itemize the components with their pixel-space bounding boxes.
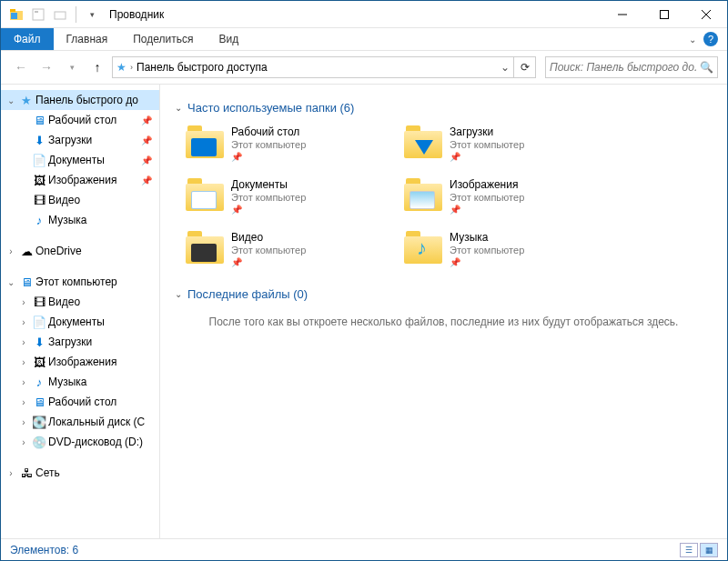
address-dropdown-icon[interactable]: ⌄: [500, 61, 510, 74]
folder-item[interactable]: ИзображенияЭтот компьютер📌: [402, 176, 602, 216]
folder-item[interactable]: ♪МузыкаЭтот компьютер📌: [402, 229, 602, 269]
folder-name: Музыка: [450, 231, 524, 244]
pictures-icon: 🖼: [32, 173, 46, 187]
chevron-right-icon[interactable]: ›: [17, 337, 30, 347]
tree-item[interactable]: ♪Музыка: [1, 210, 159, 230]
chevron-right-icon[interactable]: ›: [17, 317, 30, 327]
folder-item[interactable]: ДокументыЭтот компьютер📌: [184, 176, 384, 216]
folder-item[interactable]: ЗагрузкиЭтот компьютер📌: [402, 124, 602, 164]
folder-name: Видео: [231, 231, 306, 244]
properties-icon[interactable]: [28, 5, 48, 25]
back-button[interactable]: ←: [10, 56, 32, 78]
forward-button[interactable]: →: [35, 56, 57, 78]
details-view-button[interactable]: ☰: [680, 543, 698, 557]
minimize-button[interactable]: [602, 1, 643, 28]
group-title: Часто используемые папки (6): [187, 101, 354, 115]
tree-label: Сеть: [35, 466, 60, 479]
chevron-down-icon[interactable]: ⌄: [5, 95, 17, 105]
folder-icon: [404, 125, 442, 158]
svg-rect-7: [661, 10, 669, 18]
chevron-right-icon[interactable]: ›: [17, 437, 30, 447]
quick-access-star-icon: ★: [116, 61, 126, 74]
address-chevron-icon[interactable]: ›: [130, 63, 133, 72]
pin-icon: 📌: [450, 205, 524, 215]
tree-item[interactable]: ⬇Загрузки📌: [1, 130, 159, 150]
tab-view[interactable]: Вид: [206, 28, 251, 50]
tree-label: Изображения: [48, 174, 116, 186]
address-bar[interactable]: ★ › Панель быстрого доступа ⌄: [112, 56, 514, 78]
tree-label: Загрузки: [48, 134, 92, 146]
refresh-button[interactable]: ⟳: [514, 56, 536, 78]
tree-item[interactable]: ›📄Документы: [1, 312, 159, 332]
folder-item[interactable]: Рабочий столЭтот компьютер📌: [184, 124, 384, 164]
item-count: Элементов: 6: [10, 544, 78, 556]
tree-item[interactable]: ›💿DVD-дисковод (D:): [1, 432, 159, 452]
computer-icon: 🖥: [19, 275, 34, 289]
recent-dropdown-icon[interactable]: ▾: [61, 56, 83, 78]
chevron-down-icon[interactable]: ⌄: [175, 103, 182, 113]
tree-label: OneDrive: [35, 245, 82, 257]
address-text: Панель быстрого доступа: [136, 61, 497, 74]
tree-item[interactable]: ›💽Локальный диск (C: [1, 412, 159, 432]
tree-item[interactable]: ›🖼Изображения: [1, 352, 159, 372]
tree-item[interactable]: 🖥Рабочий стол📌: [1, 110, 159, 130]
tree-network[interactable]: › 🖧 Сеть: [1, 463, 159, 483]
tree-onedrive[interactable]: › ☁ OneDrive: [1, 241, 159, 261]
navigation-bar: ← → ▾ ↑ ★ › Панель быстрого доступа ⌄ ⟳ …: [1, 51, 727, 84]
folder-grid: Рабочий столЭтот компьютер📌ЗагрузкиЭтот …: [184, 124, 713, 269]
explorer-icon: [6, 5, 26, 25]
tree-item[interactable]: 🎞Видео: [1, 190, 159, 210]
downloads-icon: ⬇: [32, 335, 46, 349]
group-recent-files[interactable]: ⌄ Последние файлы (0): [175, 287, 713, 301]
tab-file[interactable]: Файл: [1, 28, 54, 50]
new-folder-icon[interactable]: [50, 5, 70, 25]
maximize-button[interactable]: [643, 1, 685, 28]
search-box[interactable]: 🔍: [545, 56, 718, 78]
tree-item[interactable]: 🖼Изображения📌: [1, 170, 159, 190]
search-input[interactable]: [550, 61, 696, 74]
content-pane: ⌄ Часто используемые папки (6) Рабочий с…: [160, 85, 727, 538]
qat-dropdown-icon[interactable]: ▾: [82, 5, 102, 25]
chevron-right-icon[interactable]: ›: [17, 377, 30, 387]
tree-label: Загрузки: [48, 336, 92, 348]
folder-name: Документы: [231, 178, 306, 191]
close-button[interactable]: [685, 1, 727, 28]
chevron-right-icon[interactable]: ›: [5, 246, 17, 256]
chevron-right-icon[interactable]: ›: [17, 297, 30, 307]
svg-rect-4: [35, 11, 38, 13]
chevron-down-icon[interactable]: ⌄: [175, 289, 182, 299]
tree-label: Панель быстрого до: [35, 94, 138, 106]
chevron-right-icon[interactable]: ›: [5, 468, 17, 478]
pin-icon: 📌: [450, 257, 524, 267]
tab-share[interactable]: Поделиться: [120, 28, 206, 50]
chevron-right-icon[interactable]: ›: [17, 417, 30, 427]
divider: [76, 6, 76, 23]
chevron-right-icon[interactable]: ›: [17, 357, 30, 367]
pin-icon: 📌: [231, 205, 306, 215]
downloads-icon: ⬇: [32, 133, 46, 147]
folder-item[interactable]: ВидеоЭтот компьютер📌: [184, 229, 384, 269]
tree-label: Рабочий стол: [48, 114, 116, 126]
tab-home[interactable]: Главная: [54, 28, 121, 50]
tree-this-pc[interactable]: ⌄ 🖥 Этот компьютер: [1, 272, 159, 292]
tree-item[interactable]: ›🎞Видео: [1, 292, 159, 312]
help-icon[interactable]: ?: [703, 32, 718, 46]
tree-label: Локальный диск (C: [48, 416, 145, 428]
tree-item[interactable]: ›♪Музыка: [1, 372, 159, 392]
expand-ribbon-icon[interactable]: ⌄: [689, 35, 696, 45]
desktop-icon: 🖥: [32, 395, 46, 409]
chevron-right-icon[interactable]: ›: [17, 397, 30, 407]
tree-quick-access[interactable]: ⌄ ★ Панель быстрого до: [1, 90, 159, 110]
empty-message: После того как вы откроете несколько фай…: [193, 316, 694, 328]
group-frequent-folders[interactable]: ⌄ Часто используемые папки (6): [175, 101, 713, 115]
up-button[interactable]: ↑: [86, 56, 108, 78]
quick-access-toolbar: ▾: [1, 5, 102, 25]
icons-view-button[interactable]: ▦: [700, 543, 718, 557]
tree-item[interactable]: 📄Документы📌: [1, 150, 159, 170]
tree-item[interactable]: ›⬇Загрузки: [1, 332, 159, 352]
videos-icon: 🎞: [32, 295, 46, 309]
chevron-down-icon[interactable]: ⌄: [5, 277, 17, 287]
group-title: Последние файлы (0): [187, 287, 308, 301]
tree-item[interactable]: ›🖥Рабочий стол: [1, 392, 159, 412]
search-icon[interactable]: 🔍: [700, 61, 713, 74]
